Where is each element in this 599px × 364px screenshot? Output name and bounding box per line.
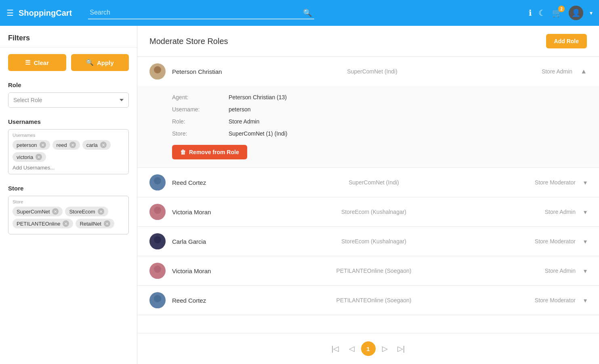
- trash-icon: 🗑: [180, 149, 186, 155]
- role-row-header-2[interactable]: Reed Cortez SuperComNet (Indi) Store Mod…: [137, 168, 599, 197]
- role-select[interactable]: Select Role Store Admin Store Moderator: [8, 92, 129, 108]
- role-role-4: Store Moderator: [495, 238, 576, 245]
- store-detail-value: SuperComNet (1) (Indi): [229, 130, 587, 137]
- store-section: Store Store SuperComNet ✕ StoreEcom ✕ PE…: [0, 181, 137, 241]
- chevron-down-icon: ▾: [584, 238, 587, 245]
- role-row-header-3[interactable]: Victoria Moran StoreEcom (Kushalnagar) S…: [137, 197, 599, 226]
- username-tag-value: peterson: [17, 142, 37, 148]
- role-label: Role:: [172, 118, 229, 125]
- add-username-input[interactable]: [13, 165, 124, 171]
- store-tag-value: PETILANTEOnline: [17, 221, 60, 227]
- filters-title: Filters: [0, 26, 137, 48]
- store-detail-label: Store:: [172, 130, 229, 137]
- remove-retailnet-icon[interactable]: ✕: [104, 220, 110, 227]
- role-store-6: PETILANTEOnline (Soegaon): [253, 297, 495, 303]
- remove-carla-icon[interactable]: ✕: [100, 142, 107, 148]
- cart-badge: 2: [558, 6, 565, 12]
- role-section: Role Select Role Store Admin Store Moder…: [0, 77, 137, 114]
- avatar: [149, 174, 166, 190]
- search-input[interactable]: [88, 6, 314, 19]
- add-role-button[interactable]: Add Role: [546, 34, 587, 48]
- role-list: Peterson Christian SuperComNet (Indi) St…: [137, 57, 599, 333]
- list-item: victoria ✕: [13, 152, 46, 162]
- role-store-4: StoreEcom (Kushalnagar): [253, 238, 495, 245]
- avatar: [149, 63, 166, 79]
- pagination: |◁ ◁ 1 ▷ ▷|: [137, 333, 599, 364]
- last-page-button[interactable]: ▷|: [394, 343, 408, 355]
- content: Moderate Store Roles Add Role Peterson C…: [137, 26, 599, 364]
- avatar: [149, 292, 166, 308]
- chevron-down-icon: ▾: [584, 179, 587, 186]
- list-item: PETILANTEOnline ✕: [13, 219, 73, 228]
- role-row-header-6[interactable]: Reed Cortez PETILANTEOnline (Soegaon) St…: [137, 286, 599, 315]
- role-role-3: Store Admin: [495, 209, 576, 215]
- role-store-3: StoreEcom (Kushalnagar): [253, 209, 495, 215]
- svg-point-8: [154, 266, 161, 273]
- first-page-button[interactable]: |◁: [328, 343, 343, 355]
- store-tags-wrapper: Store SuperComNet ✕ StoreEcom ✕ PETILANT…: [8, 196, 129, 234]
- table-row: Victoria Moran PETILANTEOnline (Soegaon)…: [137, 256, 599, 286]
- role-store-1: SuperComNet (Indi): [253, 68, 492, 75]
- role-name-5: Victoria Moran: [172, 268, 253, 274]
- page-number-1[interactable]: 1: [361, 341, 376, 356]
- remove-petilante-icon[interactable]: ✕: [63, 220, 69, 227]
- svg-point-10: [154, 295, 161, 302]
- store-section-label: Store: [8, 185, 129, 192]
- dark-mode-icon[interactable]: ☾: [538, 8, 546, 18]
- username-value: peterson: [229, 106, 587, 113]
- remove-supercomnet-icon[interactable]: ✕: [52, 208, 59, 215]
- next-page-button[interactable]: ▷: [379, 343, 391, 355]
- store-tag-value: RetailNet: [80, 221, 101, 227]
- avatar: [149, 233, 166, 249]
- role-value: Store Admin: [229, 118, 587, 125]
- remove-victoria-icon[interactable]: ✕: [36, 154, 42, 160]
- role-role-1: Store Admin: [492, 68, 572, 75]
- apply-button[interactable]: 🔍 Apply: [71, 54, 129, 71]
- store-tag-value: StoreEcom: [69, 209, 95, 215]
- role-name-1: Peterson Christian: [172, 68, 253, 75]
- username-tag-value: carla: [86, 142, 98, 148]
- remove-storeecom-icon[interactable]: ✕: [98, 208, 104, 215]
- chevron-down-icon: ▾: [584, 267, 587, 275]
- username-tag-value: victoria: [17, 154, 33, 160]
- clear-label: Clear: [34, 59, 49, 66]
- clear-icon: ☰: [25, 59, 30, 66]
- info-icon[interactable]: ℹ: [529, 8, 532, 18]
- header-chevron-icon[interactable]: ▾: [590, 10, 593, 16]
- chevron-down-icon: ▾: [584, 208, 587, 216]
- role-row-header-5[interactable]: Victoria Moran PETILANTEOnline (Soegaon)…: [137, 256, 599, 285]
- agent-value: Peterson Christian (13): [229, 94, 587, 100]
- usernames-label: Usernames: [13, 133, 124, 138]
- list-item: StoreEcom ✕: [65, 207, 108, 216]
- username-tag-value: reed: [57, 142, 67, 148]
- role-role-2: Store Moderator: [495, 179, 576, 186]
- prev-page-button[interactable]: ◁: [346, 343, 358, 355]
- table-row: Carla Garcia StoreEcom (Kushalnagar) Sto…: [137, 227, 599, 256]
- store-label: Store: [13, 199, 124, 204]
- page-header: Moderate Store Roles Add Role: [137, 26, 599, 57]
- usernames-section-label: Usernames: [8, 118, 129, 125]
- svg-point-4: [154, 207, 161, 214]
- svg-point-2: [154, 177, 161, 184]
- remove-from-role-label: Remove from Role: [189, 149, 239, 155]
- list-item: peterson ✕: [13, 140, 50, 150]
- menu-icon[interactable]: ☰: [6, 8, 14, 18]
- avatar[interactable]: 👤: [569, 6, 583, 20]
- clear-button[interactable]: ☰ Clear: [8, 54, 66, 71]
- role-name-6: Reed Cortez: [172, 297, 253, 304]
- role-row-header-4[interactable]: Carla Garcia StoreEcom (Kushalnagar) Sto…: [137, 227, 599, 256]
- role-row-header-1[interactable]: Peterson Christian SuperComNet (Indi) St…: [137, 57, 599, 86]
- remove-from-role-button[interactable]: 🗑 Remove from Role: [172, 145, 247, 159]
- search-icon: 🔍: [303, 8, 312, 17]
- remove-reed-icon[interactable]: ✕: [69, 142, 76, 148]
- remove-peterson-icon[interactable]: ✕: [40, 142, 46, 148]
- cart-icon[interactable]: 🛒 2: [552, 8, 562, 18]
- table-row: Reed Cortez SuperComNet (Indi) Store Mod…: [137, 168, 599, 197]
- apply-label: Apply: [97, 59, 114, 66]
- svg-point-11: [152, 303, 163, 308]
- svg-point-6: [154, 236, 161, 243]
- list-item: RetailNet ✕: [76, 219, 114, 228]
- avatar: [149, 263, 166, 279]
- usernames-input-wrapper: Usernames peterson ✕ reed ✕ carla ✕: [8, 129, 129, 174]
- role-detail-1: Agent: Peterson Christian (13) Username:…: [137, 86, 599, 167]
